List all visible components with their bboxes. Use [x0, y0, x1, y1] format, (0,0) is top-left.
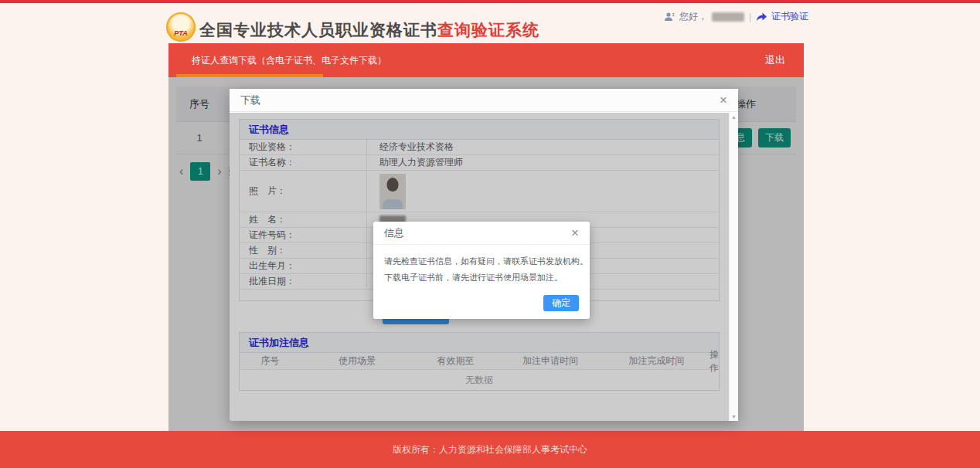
scroll-up-icon[interactable]: ▲: [731, 114, 737, 120]
info-message-line2: 下载电子证书前，请先进行证书使用场景加注。: [384, 270, 579, 286]
verify-link-label: 证书验证: [771, 10, 808, 23]
user-area: 您好， | 证书验证: [664, 10, 808, 23]
header-separator: |: [749, 12, 751, 22]
info-modal: 信息 × 请先检查证书信息，如有疑问，请联系证书发放机构。 下载电子证书前，请先…: [373, 222, 590, 319]
download-modal-header: 下载 ×: [230, 89, 738, 112]
download-modal-close-icon[interactable]: ×: [720, 93, 727, 107]
scroll-down-icon[interactable]: ▼: [731, 414, 737, 419]
info-modal-title: 信息: [384, 226, 404, 240]
user-icon: [664, 12, 675, 22]
logout-button[interactable]: 退出: [765, 43, 785, 77]
page-footer: 版权所有：人力资源和社会保障部人事考试中心: [0, 431, 980, 468]
page-title-accent: 查询验证系统: [437, 21, 539, 39]
top-red-strip: [0, 0, 980, 3]
pta-logo: PTA: [166, 12, 196, 42]
tab-holder-query-download[interactable]: 持证人查询下载（含电子证书、电子文件下载）: [192, 43, 386, 77]
modal-scrollbar[interactable]: ▲ ▼: [729, 113, 738, 421]
page-title: 全国专业技术人员职业资格证书查询验证系统: [199, 19, 539, 41]
share-arrow-icon: [756, 12, 767, 22]
info-message-line1: 请先检查证书信息，如有疑问，请联系证书发放机构。: [384, 253, 579, 270]
greeting-text: 您好，: [679, 10, 707, 23]
pta-logo-text: PTA: [174, 29, 187, 37]
info-modal-header: 信息 ×: [373, 222, 590, 245]
info-modal-close-icon[interactable]: ×: [571, 226, 579, 239]
user-name-redacted: [712, 12, 744, 22]
copyright-text: 版权所有：人力资源和社会保障部人事考试中心: [393, 443, 587, 456]
confirm-button[interactable]: 确定: [543, 295, 579, 311]
download-modal-title: 下载: [240, 93, 260, 107]
page-title-main: 全国专业技术人员职业资格证书: [199, 21, 437, 39]
certificate-verify-link[interactable]: 证书验证: [756, 10, 808, 23]
main-navbar: 持证人查询下载（含电子证书、电子文件下载） 退出: [168, 43, 804, 77]
info-modal-message: 请先检查证书信息，如有疑问，请联系证书发放机构。 下载电子证书前，请先进行证书使…: [373, 245, 590, 286]
